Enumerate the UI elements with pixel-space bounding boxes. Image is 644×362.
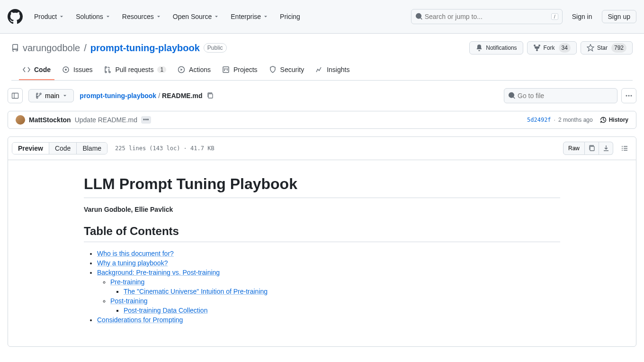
graph-icon [315,66,323,73]
branch-icon [35,92,42,100]
issues-icon [62,66,70,73]
latest-commit: MattStockton Update README.md ••• 5d2492… [8,111,636,129]
repo-tabs: Code Issues Pull requests1 Actions Proje… [11,62,633,81]
authors: Varun Godbole, Ellie Pavlick [84,206,173,213]
copy-path-button[interactable] [205,90,216,101]
outline-button[interactable] [617,141,632,156]
repo-actions: Notifications Fork 34 Star 792 [469,41,633,54]
play-icon [178,66,185,73]
nav-pricing[interactable]: Pricing [276,10,304,23]
chevron-down-icon [214,14,219,19]
list-icon [621,145,628,152]
sign-up-button[interactable]: Sign up [602,10,636,23]
svg-rect-5 [208,94,213,98]
toc-link[interactable]: Post-training Data Collection [124,307,207,314]
star-count: 792 [611,43,626,53]
toc-link[interactable]: Who is this document for? [97,250,174,257]
tab-security[interactable]: Security [265,62,308,80]
toc-link[interactable]: Why a tuning playbook? [97,259,168,267]
breadcrumb-repo-link[interactable]: prompt-tuning-playbook [80,92,156,100]
sign-in-link[interactable]: Sign in [568,11,596,22]
code-tab[interactable]: Code [49,143,76,154]
sidebar-collapse-icon [11,92,19,100]
toggle-tree-button[interactable] [8,88,23,103]
search-icon [508,92,516,100]
toc-link[interactable]: Considerations for Prompting [97,316,183,324]
pulls-count: 1 [157,66,166,73]
chevron-down-icon [263,14,268,19]
chevron-down-icon [105,14,111,19]
history-icon [599,116,607,124]
search-input[interactable] [423,13,551,20]
repo-title: varungodbole / prompt-tuning-playbook Pu… [11,43,227,54]
commit-message-link[interactable]: Update README.md [75,116,137,124]
pull-request-icon [104,66,111,73]
file-info: 225 lines (143 loc) · 41.7 KB [115,145,215,152]
nav-resources[interactable]: Resources [118,10,165,23]
tab-actions[interactable]: Actions [174,62,215,80]
repo-name-link[interactable]: prompt-tuning-playbook [90,43,200,54]
more-options-button[interactable] [621,88,636,103]
chevron-down-icon [156,14,161,19]
github-logo-icon[interactable] [8,9,23,24]
commit-time: 2 months ago [558,117,593,123]
toc-link[interactable]: Pre-training [110,278,144,286]
projects-icon [222,66,230,73]
download-icon [602,145,610,152]
commit-expand-button[interactable]: ••• [141,116,151,124]
header-right: / Sign in Sign up [411,9,636,24]
breadcrumb-current: README.md [162,92,203,100]
nav-product[interactable]: Product [30,10,68,23]
toc-link[interactable]: Post-training [110,297,148,305]
svg-point-7 [628,95,630,97]
code-icon [23,66,30,73]
go-to-file-input[interactable] [516,92,613,100]
tab-insights[interactable]: Insights [312,62,353,80]
tab-pulls[interactable]: Pull requests1 [100,62,170,80]
fork-icon [533,44,541,52]
fork-button[interactable]: Fork 34 [527,41,577,54]
branch-select-button[interactable]: main [28,89,74,102]
toc-list: Who is this document for? Why a tuning p… [84,250,560,324]
notifications-button[interactable]: Notifications [469,41,523,54]
tab-projects[interactable]: Projects [218,62,261,80]
global-nav: Product Solutions Resources Open Source … [30,10,304,23]
fork-count: 34 [559,43,571,53]
commit-sha-link[interactable]: 5d2492f [527,117,551,123]
toc-link[interactable]: Background: Pre-training vs. Post-traini… [97,269,220,276]
history-link[interactable]: History [599,116,628,124]
blame-tab[interactable]: Blame [76,143,107,154]
avatar[interactable] [16,115,25,125]
commit-author-link[interactable]: MattStockton [29,116,71,124]
breadcrumb: prompt-tuning-playbook / README.md [80,90,215,101]
chevron-down-icon [59,14,64,19]
nav-opensource[interactable]: Open Source [169,10,224,23]
svg-point-1 [65,69,67,71]
header-left: Product Solutions Resources Open Source … [8,9,304,24]
copy-icon [588,145,596,152]
bell-icon [475,44,483,52]
search-kbd: / [551,13,558,20]
preview-tab[interactable]: Preview [12,143,49,154]
repo-owner-link[interactable]: varungodbole [23,43,80,54]
raw-button[interactable]: Raw [563,142,585,155]
download-button[interactable] [599,142,613,155]
nav-solutions[interactable]: Solutions [72,10,115,23]
nav-enterprise[interactable]: Enterprise [227,10,272,23]
file-section: main prompt-tuning-playbook / README.md … [0,81,644,354]
toc-link[interactable]: The "Cinematic Universe" Intuition of Pr… [124,288,268,295]
copy-raw-button[interactable] [585,142,599,155]
go-to-file[interactable] [504,88,617,103]
search-icon [415,13,423,20]
file-viewer: Preview Code Blame 225 lines (143 loc) ·… [8,136,636,347]
global-search[interactable]: / [411,9,563,24]
tab-code[interactable]: Code [19,62,54,80]
tab-issues[interactable]: Issues [58,62,96,80]
shield-icon [269,66,277,73]
star-button[interactable]: Star 792 [581,41,633,54]
star-icon [587,44,594,52]
page-title: LLM Prompt Tuning Playbook [84,175,560,198]
markdown-content: LLM Prompt Tuning Playbook Varun Godbole… [8,160,636,346]
svg-point-6 [626,95,627,97]
svg-rect-4 [12,93,18,99]
